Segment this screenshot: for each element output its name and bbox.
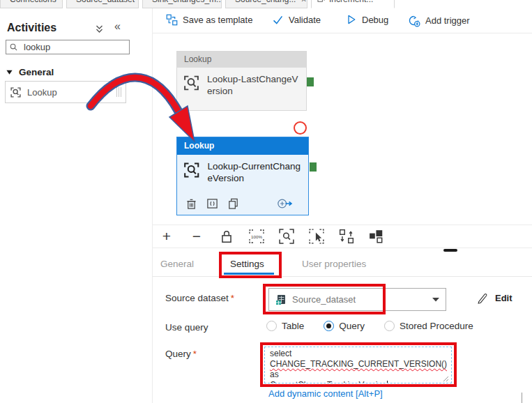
lookup-icon [10,86,22,98]
node-name: Lookup-LastChangeVersion [207,73,301,97]
source-dataset-label: Source dataset* [165,293,234,303]
tab-sink-changes[interactable]: Sink_changes_m... ✕ [142,0,222,8]
chevron-down-icon [432,297,439,302]
lookup-icon [183,160,200,180]
validate-label: Validate [289,15,321,25]
collapse-all-icon[interactable] [95,24,104,34]
save-as-template-icon [166,14,178,26]
annotation-circle [294,121,307,135]
section-label: General [19,67,54,77]
close-icon[interactable]: ✕ [301,0,306,3]
canvas-toolbar: Save as template Validate Debug Add trig… [152,8,532,33]
resize-handle-icon[interactable] [442,375,449,382]
dropdown-value: Source_dataset [292,294,356,305]
use-query-options: Table Query Stored Procedure [266,321,473,331]
validate-button[interactable]: Validate [272,14,321,26]
edit-pencil-icon [476,291,489,304]
query-textarea[interactable]: select CHANGE_TRACKING_CURRENT_VERSION()… [264,347,452,383]
activity-node-lookup-currentchangeversion[interactable]: Lookup Lookup-CurrentChangeVersion [176,137,309,215]
minimap-icon[interactable] [369,229,384,244]
query-line: as [270,370,279,379]
svg-text:100%: 100% [251,234,262,239]
tab-label: Sink_changes_m... [152,0,222,4]
add-connector-icon[interactable] [276,197,294,210]
use-query-label: Use query [165,322,208,333]
active-tab-underline [224,273,274,275]
radio-query-label: Query [339,321,365,331]
zoom-in-icon[interactable]: + [159,229,174,244]
drag-handle-icon[interactable] [116,87,121,97]
scrollbar[interactable] [522,393,522,403]
pipeline-editor: Connections ✕ Source_dataset ✕ Sink_chan… [0,0,532,403]
search-icon [9,43,18,52]
tab-user-properties[interactable]: User properties [302,259,366,269]
radio-stored-procedure-label: Stored Procedure [400,321,473,331]
edit-dataset-button[interactable]: Edit [476,291,512,304]
add-trigger-icon [407,14,420,27]
code-icon[interactable] [206,197,218,210]
radio-stored-procedure[interactable] [384,321,395,331]
activity-node-lookup-lastchangeversion[interactable]: Lookup Lookup-LastChangeVersion [176,51,307,111]
canvas-tools: + − 100% [152,225,532,248]
node-name: Lookup-CurrentChangeVersion [207,160,303,184]
section-general[interactable]: General [6,67,54,77]
add-trigger-button[interactable]: Add trigger [407,14,470,27]
lookup-icon [183,73,200,93]
delete-icon[interactable] [185,197,197,210]
search-input[interactable] [22,41,116,53]
tab-incremental-pipeline[interactable]: Increment... [311,0,395,8]
activities-sidebar: Activities « General Lookup [0,8,153,403]
activity-label: Lookup [27,87,57,98]
save-as-template-button[interactable]: Save as template [166,14,252,26]
query-line: CurrentChangeTrackingVersion [270,380,387,383]
pipeline-icon [317,0,326,3]
query-line: CHANGE_TRACKING_CURRENT_VERSION() [270,359,447,369]
query-line: select [270,349,291,358]
dataset-icon [275,294,287,305]
tab-source-chang[interactable]: Source_chang... ✕ [225,0,307,8]
save-as-template-label: Save as template [183,15,252,25]
edit-label: Edit [495,293,512,303]
tab-label: Connections [10,0,56,4]
tab-connections[interactable]: Connections ✕ [0,0,63,8]
close-icon[interactable]: ✕ [61,0,63,3]
tab-label: Source_dataset [76,0,135,4]
tab-label: Increment... [329,0,373,4]
auto-align-icon[interactable] [339,229,354,244]
radio-table[interactable] [266,321,277,331]
output-connector[interactable] [307,77,314,86]
panel-divider [152,276,532,277]
tab-label: Source_chang... [235,0,296,4]
sidebar-item-lookup[interactable]: Lookup [5,81,126,103]
source-dataset-dropdown[interactable]: Source_dataset [268,288,446,311]
debug-icon [346,14,357,25]
validate-icon [272,14,284,26]
sidebar-title: Activities [7,22,56,34]
copy-icon[interactable] [227,197,239,210]
node-type-label: Lookup [177,137,308,155]
zoom-out-icon[interactable]: − [189,229,204,244]
query-label: Query* [165,349,197,359]
document-tabbar: Connections ✕ Source_dataset ✕ Sink_chan… [0,0,532,8]
output-connector[interactable] [310,162,317,172]
panel-resize-handle[interactable] [443,249,457,252]
radio-table-label: Table [282,321,304,331]
radio-query[interactable] [324,321,334,331]
add-trigger-label: Add trigger [425,15,470,26]
debug-button[interactable]: Debug [346,14,388,25]
node-type-label: Lookup [177,52,306,68]
zoom-reset-icon[interactable]: 100% [249,229,264,244]
activity-search[interactable] [6,40,130,54]
multi-select-icon[interactable] [309,229,324,244]
expand-triangle-icon [6,68,13,76]
text-cursor [387,381,388,383]
collapse-panel-icon[interactable]: « [114,20,121,33]
zoom-fit-icon[interactable] [279,229,294,244]
add-dynamic-content-link[interactable]: Add dynamic content [Alt+P] [268,388,383,399]
debug-label: Debug [362,15,388,25]
lock-icon[interactable] [219,229,234,244]
tab-general[interactable]: General [160,259,194,269]
tab-source-dataset[interactable]: Source_dataset ✕ [66,0,139,8]
tab-settings[interactable]: Settings [230,259,264,269]
